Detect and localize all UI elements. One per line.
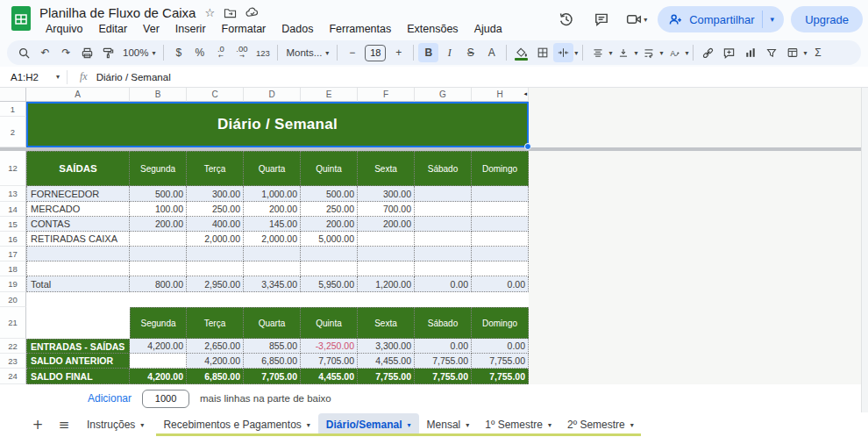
table-cell[interactable]: SALDO FINAL xyxy=(26,369,130,384)
table-cell[interactable]: 250.00 xyxy=(187,202,244,217)
table-cell[interactable]: 4,200.00 xyxy=(187,354,244,369)
table-cell[interactable] xyxy=(472,261,529,276)
table-cell[interactable] xyxy=(415,186,472,202)
redo-button[interactable]: ↷ xyxy=(56,43,76,62)
print-button[interactable] xyxy=(77,43,97,62)
table-cell[interactable]: Terça xyxy=(187,307,244,339)
table-cell[interactable] xyxy=(472,247,529,261)
table-cell[interactable]: Sexta xyxy=(358,151,415,186)
name-box[interactable]: A1:H2 ▾ xyxy=(0,72,67,82)
table-cell[interactable]: 6,850.00 xyxy=(244,354,301,369)
selected-merged-cell[interactable]: Diário / Semanal xyxy=(26,102,529,147)
text-color-button[interactable]: A xyxy=(481,43,502,62)
table-cell[interactable]: 2,950.00 xyxy=(187,276,244,292)
row-header[interactable]: 14 xyxy=(0,202,26,217)
font-size-input[interactable]: 18 xyxy=(365,45,386,61)
table-cell[interactable]: CONTAS xyxy=(26,217,130,232)
text-wrap-button[interactable] xyxy=(638,43,658,62)
tab-diario-semanal[interactable]: Diário/Semanal▾ xyxy=(318,413,419,436)
table-cell[interactable]: 7,755.00 xyxy=(415,354,472,369)
tab-mensal[interactable]: Mensal▾ xyxy=(419,413,478,436)
table-cell[interactable] xyxy=(301,247,358,261)
table-cell[interactable]: 5,950.00 xyxy=(301,276,358,292)
table-cell[interactable]: Quarta xyxy=(244,151,301,186)
table-cell[interactable] xyxy=(472,186,529,202)
table-cell[interactable] xyxy=(358,247,415,261)
table-cell[interactable]: Terça xyxy=(187,151,244,186)
table-cell[interactable]: 4,200.00 xyxy=(130,369,187,384)
table-cell[interactable]: -3,250.00 xyxy=(301,339,358,354)
menu-inserir[interactable]: Inserir xyxy=(169,22,212,36)
star-icon[interactable]: ☆ xyxy=(204,6,215,19)
table-cell[interactable]: 2,650.00 xyxy=(187,339,244,354)
menu-editar[interactable]: Editar xyxy=(92,22,133,36)
all-sheets-button[interactable]: ≡ xyxy=(53,417,75,433)
table-cell[interactable]: 3,300.00 xyxy=(358,339,415,354)
table-cell[interactable]: 200.00 xyxy=(358,217,415,232)
bold-button[interactable]: B xyxy=(418,43,438,62)
table-cell[interactable]: Sábado xyxy=(415,307,472,339)
table-cell[interactable]: SAÍDAS xyxy=(26,151,130,186)
row-header[interactable]: 23 xyxy=(0,354,26,369)
table-cell[interactable]: 1,000.00 xyxy=(244,186,301,202)
table-cell[interactable] xyxy=(358,232,415,247)
table-cell[interactable] xyxy=(472,232,529,247)
table-cell[interactable]: 5,000.00 xyxy=(301,232,358,247)
table-cell[interactable]: Quinta xyxy=(301,151,358,186)
table-cell[interactable]: 500.00 xyxy=(130,186,187,202)
table-cell[interactable] xyxy=(130,261,187,276)
add-rows-count-input[interactable] xyxy=(142,390,189,408)
table-cell[interactable]: 4,455.00 xyxy=(301,369,358,384)
increase-font-size-button[interactable]: + xyxy=(388,43,409,62)
horizontal-align-dropdown-icon[interactable]: ▾ xyxy=(608,49,612,57)
column-header[interactable]: F xyxy=(358,88,415,102)
vertical-scrollbar[interactable] xyxy=(861,88,868,412)
table-cell[interactable]: 300.00 xyxy=(187,186,244,202)
table-cell[interactable] xyxy=(358,261,415,276)
table-cell[interactable]: ENTRADAS - SAÍDAS xyxy=(26,339,130,354)
table-cell[interactable] xyxy=(415,202,472,217)
table-cell[interactable]: Segunda xyxy=(130,307,187,339)
table-cell[interactable]: 800.00 xyxy=(130,276,187,292)
table-cell[interactable] xyxy=(130,354,187,369)
table-cell[interactable] xyxy=(472,202,529,217)
table-cell[interactable]: FORNECEDOR xyxy=(26,186,130,202)
table-cell[interactable] xyxy=(130,247,187,261)
menu-arquivo[interactable]: Arquivo xyxy=(39,22,89,36)
column-header[interactable]: E xyxy=(301,88,358,102)
row-header[interactable]: 2 xyxy=(0,117,26,147)
upgrade-button[interactable]: Upgrade xyxy=(791,6,863,32)
increase-decimals-button[interactable]: .00→ xyxy=(231,43,252,62)
tab-2-semestre[interactable]: 2º Semestre▾ xyxy=(559,413,642,436)
table-cell[interactable]: MERCADO xyxy=(26,202,130,217)
merge-dropdown-icon[interactable]: ▾ xyxy=(574,49,578,57)
italic-button[interactable]: I xyxy=(439,43,459,62)
table-cell[interactable]: 500.00 xyxy=(301,186,358,202)
table-cell[interactable]: Sábado xyxy=(415,151,472,186)
table-cell[interactable] xyxy=(244,261,301,276)
table-cell[interactable]: 2,000.00 xyxy=(187,232,244,247)
hidden-columns-icon[interactable]: ◂ xyxy=(523,90,527,97)
formula-input[interactable]: Diário / Semanal xyxy=(96,72,171,82)
vertical-align-button[interactable] xyxy=(613,43,633,62)
table-cell[interactable]: 300.00 xyxy=(358,186,415,202)
strikethrough-button[interactable]: S xyxy=(460,43,480,62)
table-cell[interactable]: 1,200.00 xyxy=(358,276,415,292)
comments-button[interactable] xyxy=(587,5,615,33)
table-cell[interactable]: 7,705.00 xyxy=(301,354,358,369)
tab-instrucoes[interactable]: Instruções▾ xyxy=(79,413,152,436)
insert-chart-button[interactable] xyxy=(740,43,760,62)
column-header[interactable]: G xyxy=(415,88,472,102)
table-cell[interactable]: 4,200.00 xyxy=(130,339,187,354)
paint-format-button[interactable] xyxy=(98,43,118,62)
percent-format-button[interactable]: % xyxy=(189,43,210,62)
meet-dropdown-icon[interactable]: ▾ xyxy=(644,16,647,24)
row-header[interactable]: 19 xyxy=(0,276,26,292)
table-cell[interactable] xyxy=(26,247,130,261)
table-cell[interactable]: Domingo xyxy=(472,151,529,186)
table-view-dropdown-icon[interactable]: ▾ xyxy=(803,49,807,57)
row-header[interactable]: 12 xyxy=(0,151,26,186)
tab-recebimentos-e-pagamentos[interactable]: Recebimentos e Pagamentos▾ xyxy=(155,413,317,436)
share-button[interactable]: Compartilhar ▾ xyxy=(658,6,784,32)
borders-button[interactable] xyxy=(532,43,552,62)
